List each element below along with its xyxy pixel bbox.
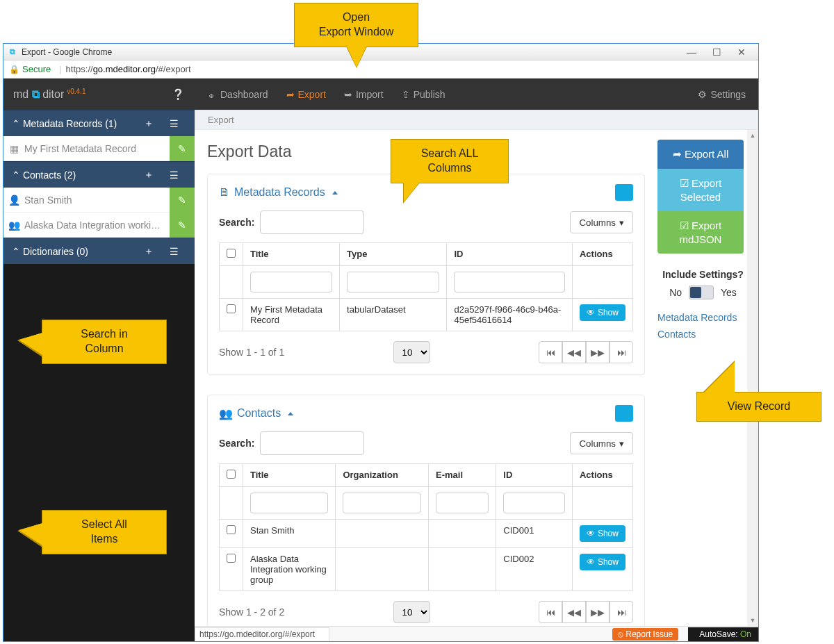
page-size-select[interactable]: 10: [393, 601, 430, 623]
edit-icon[interactable]: ✎: [170, 188, 195, 213]
include-settings-toggle[interactable]: [689, 286, 714, 299]
sidebar-section-contacts[interactable]: ⌃ Contacts (2) ＋ ☰: [3, 161, 195, 188]
maximize-button[interactable]: ☐: [704, 47, 729, 58]
contacts-table: Title Organization E-mail ID Actions: [219, 463, 633, 591]
th-email[interactable]: E-mail: [429, 464, 496, 487]
nav-import[interactable]: ➥Import: [344, 89, 384, 100]
share-icon: ⇪: [402, 89, 410, 100]
sidebar-item-contact1[interactable]: 👤 Stan Smith ✎: [3, 188, 195, 213]
export-mdjson-button[interactable]: ☑ ExportmdJSON: [657, 211, 744, 254]
page-first-button[interactable]: ⏮: [539, 601, 562, 623]
report-issue-button[interactable]: ⦸ Report Issue: [612, 628, 678, 641]
table-row: Alaska Data Integration working group CI…: [220, 548, 633, 591]
page-next-button[interactable]: ▶▶: [586, 341, 610, 363]
nav-export[interactable]: ➦Export: [286, 89, 326, 100]
close-button[interactable]: ✕: [729, 47, 754, 58]
callout-search-col: Search in Column: [42, 320, 167, 364]
list-contacts-button[interactable]: ☰: [161, 162, 186, 188]
address-bar[interactable]: 🔒 Secure | https://go.mdeditor.org/#/exp…: [3, 60, 758, 79]
add-metadata-button[interactable]: ＋: [136, 110, 161, 137]
gauge-icon: 🜨: [207, 89, 217, 100]
help-icon[interactable]: ❔: [172, 88, 185, 101]
scroll-up-arrow[interactable]: ▲: [747, 130, 758, 141]
edit-icon[interactable]: ✎: [170, 136, 195, 161]
export-selected-button[interactable]: ☑ ExportSelected: [657, 169, 744, 211]
brand-row: md ⧉ ditorv0.4.1 ❔: [3, 79, 195, 110]
nav-dashboard[interactable]: 🜨Dashboard: [207, 89, 268, 100]
page-next-button[interactable]: ▶▶: [586, 601, 610, 623]
filter-title-input[interactable]: [250, 272, 332, 292]
panel-toggle-button[interactable]: [615, 184, 633, 201]
group-icon: 👥: [3, 220, 24, 231]
th-title[interactable]: Title: [243, 243, 340, 266]
page-first-button[interactable]: ⏮: [539, 341, 562, 363]
scroll-down-arrow[interactable]: ▼: [747, 615, 758, 626]
link-contacts[interactable]: Contacts: [657, 329, 749, 340]
show-button[interactable]: 👁Show: [580, 554, 626, 570]
filter-type-input[interactable]: [347, 272, 439, 292]
secure-label: Secure: [22, 64, 51, 74]
filter-email-input[interactable]: [436, 493, 489, 513]
records-table: Title Type ID Actions: [219, 242, 633, 331]
page-prev-button[interactable]: ◀◀: [562, 341, 586, 363]
cell-id: CID002: [496, 548, 573, 591]
show-button[interactable]: 👁Show: [580, 525, 626, 542]
breadcrumb: Export: [195, 110, 758, 130]
columns-button[interactable]: Columns ▾: [570, 432, 633, 454]
nav-settings[interactable]: ⚙Settings: [698, 89, 746, 100]
page-last-button[interactable]: ⏭: [610, 601, 633, 623]
sidebar-item-record[interactable]: ▦ My First Metadata Record ✎: [3, 136, 195, 161]
th-type[interactable]: Type: [340, 243, 447, 266]
select-all-checkbox[interactable]: [227, 249, 236, 258]
filter-id-input[interactable]: [454, 272, 564, 292]
eye-icon: 👁: [587, 308, 595, 317]
panel-toggle-button[interactable]: [615, 405, 633, 422]
sidebar-section-metadata[interactable]: ⌃ Metadata Records (1) ＋ ☰: [3, 110, 195, 136]
autosave-indicator: AutoSave: On: [688, 627, 758, 641]
edit-icon[interactable]: ✎: [170, 213, 195, 238]
th-id[interactable]: ID: [447, 243, 572, 266]
page-size-select[interactable]: 10: [393, 341, 430, 363]
pager-info: Show 1 - 2 of 2: [219, 606, 284, 618]
pager-info: Show 1 - 1 of 1: [219, 347, 284, 358]
filter-org-input[interactable]: [343, 493, 421, 513]
grid-icon: ▦: [3, 143, 24, 154]
list-dictionaries-button[interactable]: ☰: [161, 238, 186, 265]
select-all-checkbox[interactable]: [227, 470, 236, 479]
add-contact-button[interactable]: ＋: [136, 162, 161, 188]
users-icon: 👥: [219, 407, 233, 420]
link-metadata-records[interactable]: Metadata Records: [657, 312, 749, 323]
search-input[interactable]: [260, 431, 364, 455]
panel-title[interactable]: 🗎Metadata Records: [219, 186, 338, 199]
filter-title-input[interactable]: [250, 493, 328, 513]
vertical-scrollbar[interactable]: ▲ ▼: [747, 130, 758, 626]
nav-publish[interactable]: ⇪Publish: [402, 89, 445, 100]
export-all-button[interactable]: ➦ Export All: [657, 140, 744, 169]
include-settings-label: Include Settings? No Yes: [657, 269, 749, 299]
callout-search-all: Search ALL Columns: [391, 139, 509, 183]
th-id[interactable]: ID: [496, 464, 573, 487]
page-prev-button[interactable]: ◀◀: [562, 601, 586, 623]
row-checkbox[interactable]: [227, 554, 236, 563]
th-org[interactable]: Organization: [336, 464, 429, 487]
columns-button[interactable]: Columns ▾: [570, 211, 633, 233]
add-dictionary-button[interactable]: ＋: [136, 238, 161, 265]
user-icon: 👤: [3, 195, 24, 206]
minimize-button[interactable]: —: [679, 47, 704, 58]
row-checkbox[interactable]: [227, 304, 236, 313]
url-text: https://go.mdeditor.org/#/export: [66, 64, 191, 74]
list-metadata-button[interactable]: ☰: [161, 110, 186, 137]
filter-id-input[interactable]: [503, 493, 565, 513]
page-last-button[interactable]: ⏭: [610, 341, 633, 363]
sidebar-section-dictionaries[interactable]: ⌃ Dictionaries (0) ＋ ☰: [3, 238, 195, 264]
callout-select-all: Select All Items: [42, 510, 167, 554]
search-input[interactable]: [260, 210, 364, 234]
row-checkbox[interactable]: [227, 525, 236, 534]
panel-title[interactable]: 👥Contacts: [219, 407, 293, 420]
show-button[interactable]: 👁Show: [580, 304, 626, 321]
sidebar-item-contact2[interactable]: 👥 Alaska Data Integration working… ✎: [3, 213, 195, 238]
table-row: Stan Smith CID001 👁Show: [220, 520, 633, 548]
gear-icon: ⚙: [698, 89, 707, 100]
th-title[interactable]: Title: [243, 464, 336, 487]
paginator: ⏮ ◀◀ ▶▶ ⏭: [539, 601, 633, 623]
